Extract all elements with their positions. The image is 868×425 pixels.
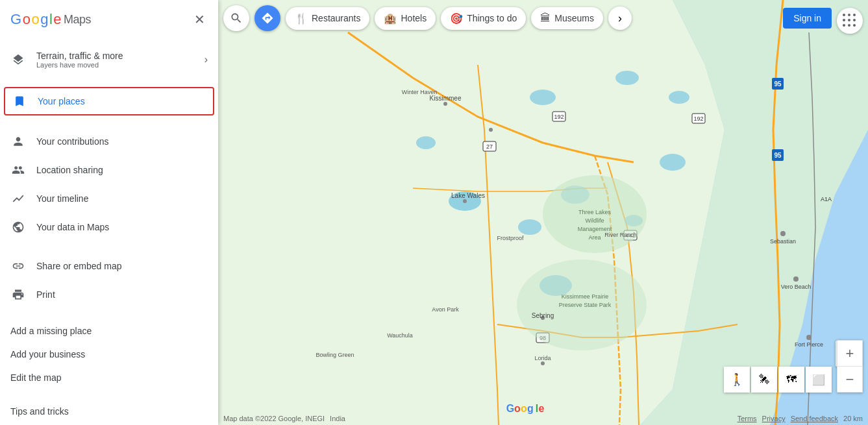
- svg-point-26: [463, 199, 467, 203]
- pegman-button[interactable]: 🚶: [724, 367, 750, 393]
- tips-item[interactable]: Tips and tricks: [0, 400, 218, 423]
- google-logo: Google Maps: [10, 11, 91, 28]
- svg-point-12: [530, 90, 556, 105]
- svg-text:Lake Wales: Lake Wales: [451, 192, 485, 199]
- layers-sublabel: Layers have moved: [36, 61, 123, 69]
- map-area[interactable]: 95 441 98 27: [218, 0, 868, 425]
- close-button[interactable]: ✕: [192, 9, 208, 30]
- map-type-button[interactable]: 🗺: [778, 367, 804, 393]
- contributions-menu-item[interactable]: Your contributions: [0, 127, 218, 156]
- svg-text:Wauchula: Wauchula: [387, 332, 413, 339]
- svg-text:Lorida: Lorida: [534, 355, 551, 361]
- museums-pill[interactable]: 🏛 Museums: [531, 7, 603, 29]
- menu-section-places: Your places: [0, 80, 218, 122]
- svg-text:Wildlife: Wildlife: [585, 217, 604, 224]
- svg-point-28: [541, 361, 545, 365]
- svg-point-13: [416, 136, 436, 149]
- expand-button[interactable]: ⬜: [806, 367, 832, 393]
- feedback-link[interactable]: Send feedback: [791, 415, 838, 422]
- svg-text:Management: Management: [578, 226, 612, 232]
- svg-point-17: [660, 154, 686, 171]
- share-icon: [10, 258, 26, 274]
- layers-menu-item[interactable]: Terrain, traffic & more Layers have move…: [0, 44, 218, 75]
- svg-text:192: 192: [693, 115, 703, 122]
- svg-point-30: [793, 276, 799, 282]
- svg-text:e: e: [539, 403, 545, 414]
- bottom-bar: Terms Privacy Send feedback 20 km: [738, 415, 863, 422]
- svg-text:Three Lakes: Three Lakes: [578, 209, 612, 215]
- svg-text:95: 95: [774, 152, 782, 159]
- print-icon: [10, 287, 26, 302]
- restaurants-pill[interactable]: 🍴 Restaurants: [286, 7, 369, 30]
- svg-point-24: [443, 102, 447, 106]
- maps-title: Maps: [64, 13, 91, 27]
- svg-text:Preserve State Park: Preserve State Park: [559, 302, 612, 308]
- share-menu-item[interactable]: Share or embed map: [0, 252, 218, 280]
- sidebar: Google Maps ✕ Terrain, traffic & more La…: [0, 0, 218, 425]
- scale-indicator: 20 km: [843, 415, 863, 422]
- sidebar-header: Google Maps ✕: [0, 0, 218, 39]
- svg-text:Frostproof: Frostproof: [497, 235, 524, 241]
- bookmark-icon: [12, 93, 27, 109]
- layers-label: Terrain, traffic & more: [36, 51, 123, 61]
- things-to-do-icon: 🎯: [450, 12, 463, 25]
- location-sharing-icon: [10, 162, 26, 178]
- top-bar: 🍴 Restaurants 🏨 Hotels 🎯 Things to do 🏛 …: [218, 0, 868, 36]
- zoom-in-button[interactable]: +: [837, 340, 863, 366]
- svg-text:River Ranch: River Ranch: [604, 232, 637, 238]
- layer-switcher: 🚶 🛰 🗺 ⬜: [724, 367, 832, 393]
- privacy-link[interactable]: Privacy: [762, 415, 786, 422]
- svg-text:o: o: [514, 403, 521, 414]
- location-sharing-menu-item[interactable]: Location sharing: [0, 156, 218, 184]
- apps-button[interactable]: [837, 8, 863, 34]
- map-canvas[interactable]: 95 441 98 27: [218, 0, 868, 425]
- print-menu-item[interactable]: Print: [0, 280, 218, 309]
- hotels-label: Hotels: [401, 13, 427, 23]
- share-label: Share or embed map: [36, 261, 122, 271]
- contributions-label: Your contributions: [36, 136, 109, 147]
- svg-text:Kissimmee: Kissimmee: [430, 95, 462, 102]
- edit-map-item[interactable]: Edit the map: [0, 366, 218, 389]
- svg-text:Sebring: Sebring: [532, 312, 554, 319]
- svg-point-29: [780, 231, 786, 236]
- things-to-do-pill[interactable]: 🎯 Things to do: [441, 7, 526, 30]
- your-places-label: Your places: [38, 96, 85, 106]
- svg-text:Bowling Green: Bowling Green: [316, 352, 354, 358]
- your-places-menu-item[interactable]: Your places: [4, 87, 214, 115]
- map-svg: 95 441 98 27: [218, 0, 868, 425]
- timeline-icon: [10, 191, 26, 206]
- satellite-button[interactable]: 🛰: [751, 367, 777, 393]
- search-button[interactable]: [223, 5, 249, 31]
- svg-text:Sebastian: Sebastian: [770, 238, 796, 245]
- svg-text:A1A: A1A: [821, 196, 832, 202]
- menu-section-share: Share or embed map Print: [0, 247, 218, 314]
- svg-point-18: [669, 91, 689, 104]
- grid-dots-icon: [843, 14, 857, 28]
- sign-in-button[interactable]: Sign in: [783, 8, 832, 29]
- restaurants-icon: 🍴: [295, 12, 308, 25]
- timeline-menu-item[interactable]: Your timeline: [0, 184, 218, 213]
- map-data-label: Map data ©2022 Google, INEGI: [223, 415, 325, 422]
- svg-text:l: l: [536, 403, 538, 414]
- add-missing-item[interactable]: Add a missing place: [0, 319, 218, 343]
- svg-point-25: [489, 128, 493, 132]
- print-label: Print: [36, 289, 55, 300]
- layers-icon: [10, 52, 26, 67]
- svg-marker-1: [218, 0, 725, 425]
- zoom-out-button[interactable]: −: [837, 367, 863, 393]
- add-business-item[interactable]: Add your business: [0, 343, 218, 366]
- menu-section-account: Your contributions Location sharing Your…: [0, 122, 218, 247]
- hotels-pill[interactable]: 🏨 Hotels: [375, 7, 436, 30]
- svg-text:Avon Park: Avon Park: [432, 306, 459, 313]
- more-categories-button[interactable]: ›: [608, 6, 632, 30]
- directions-button[interactable]: [254, 5, 280, 31]
- hotels-icon: 🏨: [384, 12, 397, 25]
- svg-text:27: 27: [486, 143, 493, 150]
- terms-link[interactable]: Terms: [738, 415, 757, 422]
- menu-section-help: Tips and tricks Get help Consumer inform…: [0, 395, 218, 425]
- menu-section-layers: Terrain, traffic & more Layers have move…: [0, 39, 218, 80]
- data-menu-item[interactable]: Your data in Maps: [0, 213, 218, 241]
- svg-text:g: g: [527, 403, 534, 414]
- menu-section-contribute: Add a missing place Add your business Ed…: [0, 314, 218, 395]
- svg-point-14: [615, 71, 639, 85]
